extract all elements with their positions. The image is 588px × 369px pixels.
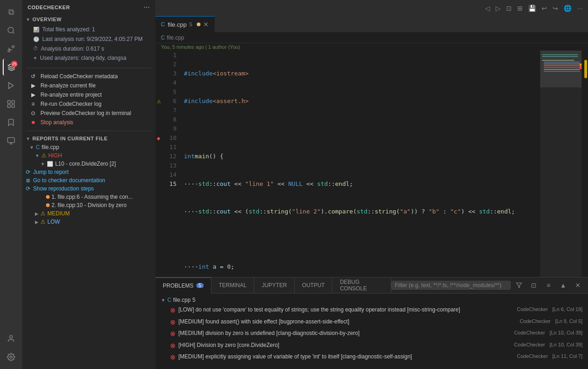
rerun-log-label: Re-run CodeChecker log (40, 101, 102, 107)
panel-expand-button[interactable]: ▲ (557, 279, 570, 292)
toolbar-save-icon[interactable]: 💾 (526, 5, 538, 12)
panel-list-view-button[interactable]: ≡ (542, 279, 555, 292)
problem-error-icon-4: ⊗ (170, 341, 176, 351)
problem-item-2[interactable]: ⊗ [MEDIUM] found assert() with side effe… (155, 317, 588, 329)
search-icon[interactable] (3, 22, 19, 39)
analyzers-icon: ✦ (33, 55, 37, 62)
tab-close-icon[interactable]: ✕ (203, 21, 209, 28)
stop-analysis-action[interactable]: ■ Stop analysis (22, 118, 155, 127)
reload-metadata-action[interactable]: ↺ Reload CodeChecker metadata (22, 72, 155, 81)
panel-toggle-button[interactable]: ⊡ (527, 279, 540, 292)
tab-problems[interactable]: PROBLEMS 5 (155, 277, 211, 294)
activity-bar: ⧉ 25 (0, 0, 22, 369)
problem-item-1[interactable]: ⊗ [LOW] do not use 'compare' to test equ… (155, 305, 588, 317)
ln-14: 14 (162, 170, 177, 179)
svg-marker-4 (9, 82, 14, 89)
reload-metadata-label: Reload CodeChecker metadata (40, 73, 118, 80)
severity-low-item[interactable]: ▶ ⚠ LOW (22, 218, 155, 226)
filter-icon-button[interactable] (513, 279, 525, 292)
problems-filter-input[interactable] (391, 281, 511, 290)
tab-file-cpp-icon: C (161, 21, 165, 28)
editor-scrollbar[interactable] (582, 51, 588, 277)
high-severity-label: HIGH (48, 152, 154, 159)
toolbar-forward-icon[interactable]: ▷ (494, 5, 502, 12)
bookmark-icon[interactable] (3, 114, 19, 131)
tab-problems-label: PROBLEMS (163, 283, 194, 289)
toolbar-more-icon[interactable]: ··· (575, 5, 584, 12)
run-debug-icon[interactable] (3, 77, 19, 94)
divider-1 (26, 68, 152, 68)
code-line-3 (184, 124, 537, 133)
bug-item-2[interactable]: 2. file.cpp:10 - Division by zero (22, 201, 155, 209)
blame-info: You, 5 minutes ago | 1 author (You) (155, 43, 588, 51)
problem-item-4[interactable]: ⊗ [HIGH] Division by zero [core.DivideZe… (155, 340, 588, 352)
ln-10: 10 (162, 133, 177, 143)
problem-group-file-cpp[interactable]: ▼ C file.cpp 5 (155, 295, 588, 305)
tab-terminal[interactable]: TERMINAL (211, 277, 255, 294)
margin-3 (155, 69, 162, 78)
toolbar-split-icon[interactable]: ⊡ (504, 5, 514, 12)
analyzers-text: Used analyzers: clang-tidy, clangsa (40, 54, 126, 62)
jump-to-report-action[interactable]: ⟳ Jump to report (22, 168, 155, 176)
problem-location-4: [Ln 10, Col 39] (549, 341, 582, 348)
main-area: ◁ ▷ ⊡ ⊞ 💾 ↩ ↪ 🌐 ··· C file.cpp 5 ✕ C fil… (155, 0, 588, 369)
tab-debug-console[interactable]: DEBUG CONSOLE (332, 277, 391, 294)
panel-tabs: PROBLEMS 5 TERMINAL JUPYTER OUTPUT DEBUG… (155, 277, 588, 294)
tab-jupyter[interactable]: JUPYTER (254, 277, 295, 294)
tab-output[interactable]: OUTPUT (295, 277, 332, 294)
sidebar-menu-button[interactable]: ··· (144, 4, 150, 11)
margin-2 (155, 60, 162, 69)
problem-item-5[interactable]: ⊗ [MEDIUM] explicitly assigning value of… (155, 352, 588, 363)
breadcrumb-filename[interactable]: file.cpp (167, 35, 184, 41)
problem-location-5: [Ln 11, Col 7] (553, 353, 582, 360)
toolbar-web-icon[interactable]: 🌐 (562, 5, 573, 12)
total-files-item: 📊 Total files analyzed: 1 (29, 25, 155, 35)
minimap (540, 51, 582, 277)
ln-1: 1 (162, 51, 177, 60)
problem-location-2: [Ln 9, Col 5] (555, 318, 582, 325)
toolbar-undo-icon[interactable]: ↩ (540, 5, 549, 12)
overview-section-title[interactable]: ▼ OVERVIEW (22, 15, 155, 24)
show-reproduction-action[interactable]: ⟳ Show reproduction steps (22, 184, 155, 193)
problem-source-3: CodeChecker (514, 329, 545, 336)
account-icon[interactable] (3, 330, 19, 347)
bug-dot-2 (46, 203, 50, 207)
toolbar-grid-icon[interactable]: ⊞ (515, 5, 525, 12)
code-line-4: int main() { (184, 152, 537, 161)
reanalyze-project-action[interactable]: ▶ Re-analyze entire project (22, 90, 155, 99)
toolbar-back-icon[interactable]: ◁ (483, 5, 492, 12)
reanalyze-file-action[interactable]: ▶ Re-analyze current file (22, 81, 155, 90)
file-expand-arrow: ▼ (29, 145, 34, 150)
code-line-7 (184, 235, 537, 244)
medium-severity-icon: ⚠ (40, 210, 46, 217)
extensions-icon[interactable] (3, 96, 19, 112)
bug-item-1[interactable]: 1. file.cpp:6 - Assuming the con... (22, 193, 155, 201)
settings-icon[interactable] (3, 349, 19, 365)
go-to-docs-action[interactable]: ≣ Go to checker documentation (22, 176, 155, 184)
preview-log-action[interactable]: ⊙ Preview CodeChecker log in terminal (22, 109, 155, 118)
problem-text-5: [MEDIUM] explicitly assigning value of v… (178, 353, 512, 361)
explorer-icon[interactable]: ⧉ (3, 4, 19, 20)
overview-label: OVERVIEW (32, 17, 62, 22)
tab-file-cpp[interactable]: C file.cpp 5 ✕ (155, 16, 215, 32)
ln-4: 4 (162, 78, 177, 87)
checker-divzero-item[interactable]: ▼ ⬜ L10 - core.DivideZero [2] (22, 160, 155, 168)
code-area[interactable]: #include <iostream> #include <assert.h> … (180, 51, 540, 277)
tab-badge: 5 (189, 22, 192, 27)
problem-text-2: [MEDIUM] found assert() with side effect… (178, 318, 515, 326)
problem-item-3[interactable]: ⊗ [MEDIUM] division by zero is undefined… (155, 328, 588, 340)
problem-group-arrow: ▼ (161, 298, 166, 303)
reports-file-item[interactable]: ▼ C file.cpp (22, 143, 155, 151)
panel-close-button[interactable]: ✕ (571, 279, 584, 292)
codechecker-icon[interactable]: 25 (3, 59, 19, 75)
severity-high-item[interactable]: ▼ ⚠ HIGH (22, 151, 155, 160)
severity-medium-item[interactable]: ▶ ⚠ MEDIUM (22, 209, 155, 218)
deploy-icon[interactable] (3, 133, 19, 149)
show-reproduction-label: Show reproduction steps (33, 185, 94, 192)
rerun-log-action[interactable]: ≡ Re-run CodeChecker log (22, 99, 155, 109)
problem-error-icon-2: ⊗ (170, 318, 176, 327)
problem-source-2: CodeChecker (519, 318, 550, 325)
reports-section-title[interactable]: ▼ REPORTS IN CURRENT FILE (22, 134, 155, 143)
toolbar-redo-icon[interactable]: ↪ (551, 5, 560, 12)
source-control-icon[interactable] (3, 40, 19, 57)
